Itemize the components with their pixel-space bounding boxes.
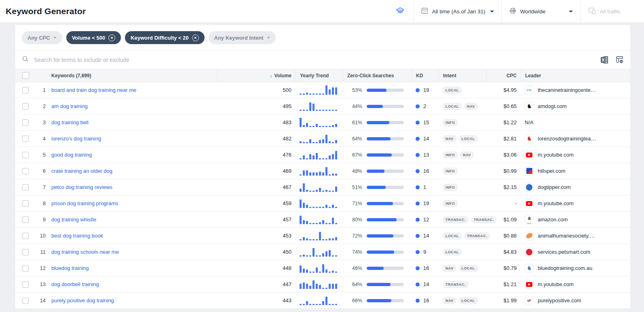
trend-bar <box>322 139 324 143</box>
zero-click-column-header[interactable]: Zero-Click Searches <box>343 69 412 82</box>
row-number: 7 <box>36 179 46 195</box>
leader-domain[interactable]: amdogt.com <box>538 103 567 109</box>
traffic-filter-dropdown[interactable]: All traffic <box>580 0 644 23</box>
excel-export-icon[interactable]: X <box>600 56 609 64</box>
row-checkbox[interactable] <box>22 119 29 126</box>
leader-domain[interactable]: thecaninetrainingcente… <box>538 87 596 93</box>
leader-domain[interactable]: lorenzosdogtrainingtea… <box>538 136 596 142</box>
remove-filter-icon[interactable]: × <box>192 34 199 41</box>
keyword-link[interactable]: petco dog training reviews <box>51 184 112 190</box>
keyword-link[interactable]: bluedog training <box>51 265 89 271</box>
intent-cell: NAVLOCAL <box>439 293 486 308</box>
row-checkbox[interactable] <box>22 184 29 191</box>
site-favicon: ♞ <box>525 102 534 111</box>
leader-domain[interactable]: dogtipper.com <box>538 184 571 190</box>
leader-domain[interactable]: services.petsmart.com <box>538 249 590 255</box>
table-row: 8prison dog training programs45971%19INF… <box>15 195 630 212</box>
leader-column-header[interactable]: Leader <box>521 69 630 82</box>
row-checkbox[interactable] <box>22 233 29 239</box>
kd-value: 2 <box>423 103 426 109</box>
region-filter-dropdown[interactable]: Worldwide <box>501 0 580 23</box>
keyword-link[interactable]: dog training whistle <box>51 216 96 223</box>
keyword-link[interactable]: dog training schools near me <box>51 249 119 255</box>
row-checkbox[interactable] <box>22 216 29 223</box>
column-settings-icon[interactable] <box>615 55 624 64</box>
row-number: 3 <box>36 115 46 130</box>
leader-domain[interactable]: m.youtube.com <box>538 152 574 158</box>
keyword-link[interactable]: dog training bell <box>51 119 89 125</box>
row-checkbox[interactable] <box>22 87 29 93</box>
keyword-cell: crate training an older dog <box>46 163 217 179</box>
leader-domain[interactable]: amazon.com <box>538 216 568 223</box>
trend-bar <box>322 264 324 273</box>
row-checkbox[interactable] <box>22 297 29 304</box>
trend-bar <box>309 172 311 176</box>
kd-dot-icon <box>416 185 420 189</box>
filter-chip-keyword-difficulty[interactable]: Keyword Difficulty < 20 × <box>125 31 204 44</box>
volume-cell: 450 <box>217 244 296 260</box>
trend-bar <box>325 288 327 289</box>
leader-domain[interactable]: bluedogtraining.com.au <box>538 265 592 271</box>
keyword-link[interactable]: crate training an older dog <box>51 168 112 174</box>
trend-bar <box>316 110 318 111</box>
trend-bar <box>329 110 331 111</box>
keyword-link[interactable]: board and train dog training near me <box>51 87 136 93</box>
intent-badge: TRANSAC. <box>443 281 469 288</box>
row-checkbox[interactable] <box>22 249 29 255</box>
kd-column-header[interactable]: KD <box>412 69 439 82</box>
filter-chip-intent[interactable]: Any Keyword Intent <box>209 31 276 44</box>
yearly-trend-cell <box>296 212 343 227</box>
filter-chip-cpc[interactable]: Any CPC <box>22 31 62 44</box>
yearly-trend-cell <box>296 293 343 308</box>
cpc-column-header[interactable]: CPC <box>486 69 521 82</box>
row-checkbox[interactable] <box>22 168 29 174</box>
zero-click-bar <box>367 186 404 189</box>
academy-button[interactable] <box>387 0 413 23</box>
keyword-link[interactable]: good dog training <box>51 152 92 158</box>
site-favicon: CTC <box>525 86 534 95</box>
intent-badge: NAV <box>464 103 478 110</box>
select-all-checkbox[interactable] <box>22 72 29 79</box>
keywords-column-header[interactable]: Keywords (7,699) <box>46 69 217 82</box>
yearly-trend-cell <box>296 163 343 179</box>
row-checkbox[interactable] <box>22 265 29 272</box>
remove-filter-icon[interactable]: × <box>108 34 115 41</box>
keyword-link[interactable]: purely positive dog training <box>51 297 114 304</box>
checkbox-cell <box>15 293 36 308</box>
search-input[interactable] <box>29 57 594 63</box>
keyword-link[interactable]: dog doorbell training <box>51 281 99 287</box>
yearly-trend-cell <box>296 147 343 163</box>
table-row: 6crate training an older dog46948%16INFO… <box>15 163 630 179</box>
row-checkbox[interactable] <box>22 281 29 288</box>
trend-bar <box>322 93 324 95</box>
row-checkbox[interactable] <box>22 136 29 142</box>
keyword-cell: good dog training <box>46 147 217 163</box>
keyword-link[interactable]: prison dog training programs <box>51 200 118 206</box>
row-checkbox[interactable] <box>22 152 29 158</box>
filter-chip-volume[interactable]: Volume < 500 × <box>66 31 121 44</box>
trend-column-header[interactable]: Yearly Trend <box>296 69 343 82</box>
trend-bar <box>329 238 331 240</box>
date-filter-dropdown[interactable]: All time (As of Jan 31) <box>413 0 501 23</box>
leader-domain[interactable]: m.youtube.com <box>538 200 574 206</box>
trend-bar <box>329 250 331 257</box>
keyword-cell: dog training schools near me <box>46 244 217 260</box>
checkbox-cell <box>15 82 36 98</box>
volume-column-header[interactable]: ↓Volume <box>217 69 296 82</box>
row-checkbox[interactable] <box>22 200 29 207</box>
leader-domain[interactable]: purelypositive.com <box>538 297 581 304</box>
keyword-link[interactable]: am dog training <box>51 103 88 109</box>
trend-bar <box>300 304 302 305</box>
trend-bar <box>303 304 305 305</box>
leader-domain[interactable]: m.youtube.com <box>538 281 574 287</box>
leader-domain[interactable]: animalhumanesociety.… <box>538 233 595 239</box>
cpc-cell: $1.99 <box>486 293 521 308</box>
leader-cell: m.youtube.com <box>521 195 630 211</box>
keyword-link[interactable]: lorenzo's dog training <box>51 136 101 142</box>
trend-bar <box>306 158 308 159</box>
row-checkbox[interactable] <box>22 103 29 110</box>
intent-column-header[interactable]: Intent <box>439 69 486 82</box>
volume-cell: 447 <box>217 276 296 292</box>
keyword-link[interactable]: best dog training book <box>51 233 103 239</box>
leader-domain[interactable]: hillspet.com <box>538 168 566 174</box>
